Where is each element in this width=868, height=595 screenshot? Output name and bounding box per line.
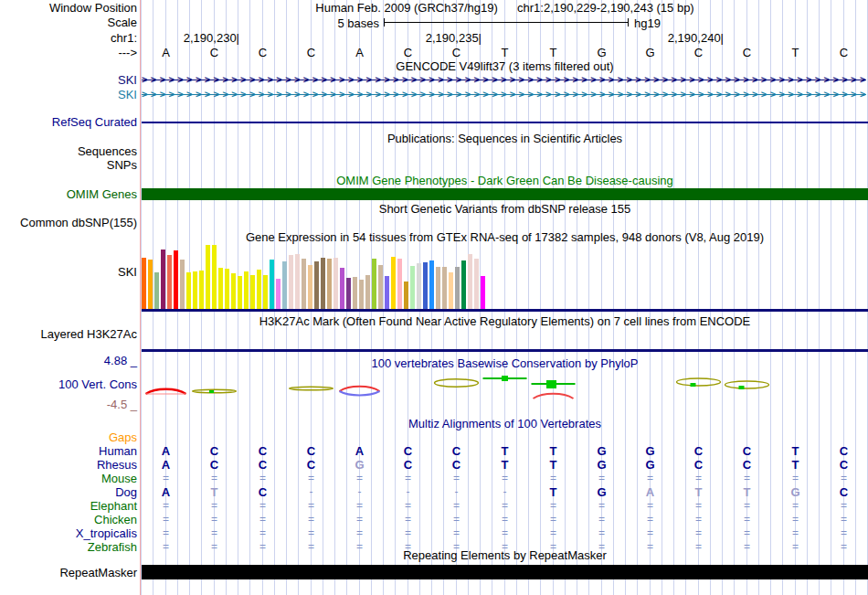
gtex-tissue-bar[interactable] [436,267,440,309]
gtex-tissue-bar[interactable] [474,259,479,309]
alignment-cell: = [190,513,238,526]
h3k27ac-label: Layered H3K27Ac [40,328,137,341]
alignment-cell: = [287,526,335,540]
gtex-tissue-bar[interactable] [174,250,178,309]
alignment-cell: T [674,485,723,499]
alignment-cell: T [481,444,529,458]
gtex-tissue-bar[interactable] [167,255,172,309]
genome-browser-image: Window Position Human Feb. 2009 (GRCh37/… [0,0,868,595]
alignment-cell: C [820,485,868,499]
gtex-tissue-bar[interactable] [295,254,300,309]
gtex-tissue-bar[interactable] [199,271,204,309]
alignment-cell: = [287,513,335,526]
gtex-tissue-bar[interactable] [442,267,447,309]
gtex-tissue-bar[interactable] [180,260,185,309]
alignment-cell: = [771,526,820,540]
alignment-cell: = [529,513,577,526]
gtex-tissue-bar[interactable] [302,259,306,309]
alignment-cell: C [190,458,238,472]
alignment-cell: A [142,444,190,458]
gencode-title: GENCODE V49lift37 (3 items filtered out) [142,60,868,73]
gtex-tissue-bar[interactable] [455,267,460,309]
gtex-gene-label: SKI [118,266,137,279]
gene-transcript-line[interactable]: >>>>>>>>>>>>>>>>>>>>>>>>>>>>>>>>>>>>>>>>… [142,89,866,101]
gtex-expression-chart[interactable] [142,245,868,309]
gtex-tissue-bar[interactable] [410,266,415,309]
gtex-tissue-bar[interactable] [481,276,485,309]
alignment-cell: C [384,458,432,472]
alignment-cell: = [529,472,577,485]
base-letter: C [287,47,335,59]
genome-badge: hg19 [634,16,661,30]
alignment-cell: = [335,513,384,526]
alignment-cell: C [820,444,868,458]
alignment-cell: = [674,499,723,513]
gtex-tissue-bar[interactable] [142,258,146,309]
gtex-tissue-bar[interactable] [314,261,319,309]
h3k27ac-track-line[interactable] [142,349,868,352]
gtex-tissue-bar[interactable] [365,275,370,309]
gtex-tissue-bar[interactable] [468,254,472,309]
gtex-tissue-bar[interactable] [423,262,428,309]
gtex-tissue-bar[interactable] [193,271,197,309]
gtex-tissue-bar[interactable] [276,279,281,309]
gtex-tissue-bar[interactable] [449,272,453,309]
repeatmasker-bar[interactable] [142,565,868,579]
alignment-cell: = [820,513,868,526]
alignment-cell: G [626,458,674,472]
base-row: ACCCACCTTGGCCTC [142,47,868,59]
gtex-tissue-bar[interactable] [161,250,165,309]
gtex-tissue-bar[interactable] [270,260,274,309]
gtex-tissue-bar[interactable] [333,258,338,309]
gtex-tissue-bar[interactable] [218,268,223,309]
gtex-tissue-bar[interactable] [231,273,236,309]
gtex-tissue-bar[interactable] [327,259,332,309]
alignment-cell: = [190,526,238,540]
gtex-tissue-bar[interactable] [238,276,242,309]
gtex-tissue-bar[interactable] [391,257,396,309]
gtex-tissue-bar[interactable] [372,259,376,309]
gtex-tissue-bar[interactable] [282,261,287,309]
species-label: Mouse [101,472,137,485]
gtex-tissue-bar[interactable] [346,278,351,309]
gtex-tissue-bar[interactable] [206,245,210,309]
gtex-tissue-bar[interactable] [429,260,434,309]
gtex-tissue-bar[interactable] [308,265,312,309]
gtex-tissue-bar[interactable] [289,255,293,309]
gtex-tissue-bar[interactable] [404,282,408,309]
gtex-tissue-bar[interactable] [353,277,357,309]
gtex-tissue-bar[interactable] [244,271,249,309]
gtex-tissue-bar[interactable] [257,270,261,309]
alignment-cell: = [771,499,820,513]
alignment-cell: = [238,499,287,513]
gtex-tissue-bar[interactable] [212,245,217,309]
species-label: Elephant [90,499,137,513]
gtex-tissue-bar[interactable] [385,276,389,309]
gtex-tissue-bar[interactable] [340,268,344,309]
alignment-cell: A [335,444,384,458]
gene-transcript-line[interactable]: >>>>>>>>>>>>>>>>>>>>>>>>>>>>>>>>>>>>>>>>… [142,74,866,86]
gtex-tissue-bar[interactable] [321,258,325,309]
gtex-tissue-bar[interactable] [417,263,421,309]
gtex-tissue-bar[interactable] [378,265,383,309]
base-letter: T [481,47,529,59]
gtex-tissue-bar[interactable] [263,275,268,309]
phylop-conservation-plot[interactable] [142,370,868,414]
alignment-cell: = [335,472,384,485]
window-position-title: Human Feb. 2009 (GRCh37/hg19) chr1:2,190… [142,2,868,15]
gtex-tissue-bar[interactable] [225,269,229,309]
alignment-cell: = [626,472,674,485]
gtex-tissue-bar[interactable] [148,260,153,309]
base-letter: G [577,47,626,59]
gtex-tissue-bar[interactable] [359,280,364,309]
gtex-baseline [142,309,868,312]
omim-gene-bar[interactable] [142,188,868,200]
gtex-tissue-bar[interactable] [397,259,402,309]
gtex-tissue-bar[interactable] [186,272,191,309]
gtex-tissue-bar[interactable] [154,272,159,309]
base-letter: C [820,47,868,59]
gtex-tissue-bar[interactable] [250,275,255,309]
refseq-track-line[interactable] [142,122,868,123]
alignment-cell: C [238,458,287,472]
gtex-tissue-bar[interactable] [461,260,466,309]
